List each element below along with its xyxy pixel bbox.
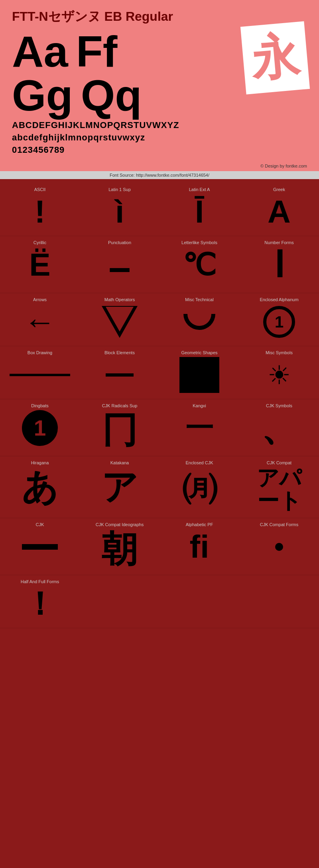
big-letters-row-1: Aa Ff — [12, 30, 142, 73]
black-square — [179, 357, 219, 393]
top-section: FTT-Nセザンヌ EB Regular Aa Ff Gg Qq 永 ABCDE… — [0, 0, 319, 160]
cell-empty-3 — [239, 575, 319, 628]
cell-punctuation: Punctuation – — [80, 236, 160, 293]
grid-row-7: CJK CJK Compat Ideographs 朝 Alphabetic P… — [0, 518, 319, 575]
kanji-character: 永 — [248, 24, 302, 93]
font-source: Font Source: http://www.fontke.com/font/… — [0, 171, 319, 179]
label-misctech: Misc Technical — [185, 297, 213, 302]
cell-misctech: Misc Technical — [160, 293, 239, 346]
triangle-shape — [102, 306, 138, 338]
cell-cjksymbols: CJK Symbols 、 — [239, 399, 319, 456]
label-latinexta: Latin Ext A — [189, 187, 210, 192]
cell-halffullfforms: Half And Full Forms ！ — [0, 575, 80, 628]
letter-aa: Aa — [12, 30, 68, 73]
label-cjksymbols: CJK Symbols — [266, 403, 292, 408]
label-cjkcompatforms: CJK Compat Forms — [260, 522, 299, 527]
glyph-cjkcompat: アパ ート — [257, 467, 301, 512]
glyph-blockelements — [106, 357, 134, 393]
glyph-misctech — [183, 304, 215, 340]
glyph-cyrillic: Ё — [29, 247, 51, 283]
cjk-line-shape — [22, 544, 58, 550]
label-enclosed: Enclosed Alphanum — [260, 297, 298, 302]
cell-boxdrawing: Box Drawing — [0, 346, 80, 399]
label-cjkcompatideo: CJK Compat Ideographs — [96, 522, 144, 527]
letter-gg: Gg — [12, 73, 73, 117]
h-line — [10, 374, 70, 376]
cell-latin1sup: Latin 1 Sup ì — [80, 183, 160, 236]
label-ascii: ASCII — [34, 187, 46, 192]
label-arrows: Arrows — [33, 297, 47, 302]
label-halffullfforms: Half And Full Forms — [21, 579, 59, 584]
triangle-inner — [106, 307, 134, 331]
cell-arrows: Arrows ← — [0, 293, 80, 346]
label-alphabeticpf: Alphabetic PF — [186, 522, 213, 527]
letter-qq: Qq — [81, 73, 142, 117]
glyph-enclosedcjk: ㈪ — [181, 467, 217, 507]
glyph-cjkcompatforms — [275, 529, 283, 565]
label-katakana: Katakana — [110, 460, 129, 465]
glyph-letterlike: ℃ — [183, 247, 216, 283]
glyph-miscsymbols: ☀ — [268, 357, 291, 393]
label-geoshapes: Geometric Shapes — [181, 350, 217, 355]
label-numberforms: Number Forms — [264, 240, 293, 245]
copyright-text: © Design by fontke.com — [260, 164, 307, 168]
grid-row-8: Half And Full Forms ！ — [0, 575, 319, 628]
cell-hiragana: Hiragana あ — [0, 456, 80, 518]
glyph-mathops — [102, 304, 138, 340]
label-greek: Greek — [273, 187, 285, 192]
cell-empty-1 — [80, 575, 160, 628]
cell-letterlike: Letterlike Symbols ℃ — [160, 236, 239, 293]
glyph-dingbats: 1 — [22, 410, 58, 446]
label-letterlike: Letterlike Symbols — [181, 240, 217, 245]
glyph-boxdrawing — [10, 357, 70, 393]
glyph-punctuation: – — [108, 247, 131, 287]
cell-cjkradicals: CJK Radicals Sup 冂 — [80, 399, 160, 456]
label-cjkcompat: CJK Compat — [267, 460, 291, 465]
label-latin1sup: Latin 1 Sup — [108, 187, 131, 192]
cell-alphabeticpf: Alphabetic PF ﬁ — [160, 518, 239, 575]
cell-cyrillic: Cyrillic Ё — [0, 236, 80, 293]
glyph-ascii: ! — [35, 194, 45, 230]
glyph-cjkcompatideo: 朝 — [102, 529, 138, 569]
cell-cjk: CJK — [0, 518, 80, 575]
block-rect — [106, 373, 134, 377]
label-mathops: Math Operators — [104, 297, 135, 302]
cell-latinexta: Latin Ext A Ī — [160, 183, 239, 236]
cell-greek: Greek Α — [239, 183, 319, 236]
alphabet-rows: ABCDEFGHIJKLMNOPQRSTUVWXYZ abcdefghijklm… — [12, 119, 307, 156]
uppercase-row: ABCDEFGHIJKLMNOPQRSTUVWXYZ — [12, 119, 307, 132]
cell-enclosedcjk: Enclosed CJK ㈪ — [160, 456, 239, 518]
cell-blockelements: Block Elements — [80, 346, 160, 399]
circle-1: 1 — [263, 306, 295, 338]
specimen-letters: Aa Ff Gg Qq — [12, 30, 142, 117]
cell-empty-2 — [160, 575, 239, 628]
label-boxdrawing: Box Drawing — [28, 350, 52, 355]
big-letters-row-2: Gg Qq — [12, 73, 142, 117]
grid-row-3: Arrows ← Math Operators Misc Technical E… — [0, 293, 319, 346]
glyph-latin1sup: ì — [115, 194, 124, 230]
cell-dingbats: Dingbats 1 — [0, 399, 80, 456]
glyph-arrows: ← — [24, 304, 56, 340]
grid-row-1: ASCII ! Latin 1 Sup ì Latin Ext A Ī Gree… — [0, 183, 319, 236]
label-kangxi: Kangxi — [193, 403, 206, 408]
glyph-geoshapes — [179, 357, 219, 393]
glyph-cjkradicals: 冂 — [102, 410, 138, 450]
digits-row: 0123456789 — [12, 144, 307, 156]
label-dingbats: Dingbats — [31, 403, 48, 408]
dot-shape — [275, 543, 283, 551]
glyph-hiragana: あ — [22, 467, 58, 507]
label-hiragana: Hiragana — [31, 460, 49, 465]
grid-row-6: Hiragana あ Katakana ア Enclosed CJK ㈪ CJK… — [0, 456, 319, 518]
cell-enclosed: Enclosed Alphanum 1 — [239, 293, 319, 346]
glyph-latinexta: Ī — [195, 194, 204, 230]
label-cjk: CJK — [36, 522, 44, 527]
cell-miscsymbols: Misc Symbols ☀ — [239, 346, 319, 399]
grid-row-4: Box Drawing Block Elements Geometric Sha… — [0, 346, 319, 399]
grid-section: ASCII ! Latin 1 Sup ì Latin Ext A Ī Gree… — [0, 179, 319, 632]
glyph-cjk — [22, 529, 58, 565]
glyph-greek: Α — [268, 194, 291, 230]
grid-row-2: Cyrillic Ё Punctuation – Letterlike Symb… — [0, 236, 319, 293]
label-cyrillic: Cyrillic — [33, 240, 46, 245]
cell-kangxi: Kangxi 一 — [160, 399, 239, 456]
dingbat-circle-1: 1 — [22, 410, 58, 446]
